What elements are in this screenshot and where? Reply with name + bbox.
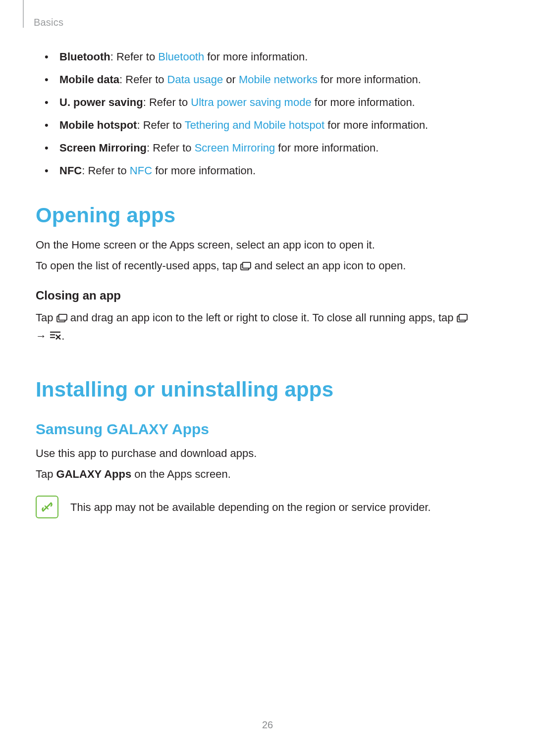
list-item: Bluetooth: Refer to Bluetooth for more i… xyxy=(59,49,499,65)
link-bluetooth[interactable]: Bluetooth xyxy=(158,50,204,63)
paragraph: Tap GALAXY Apps on the Apps screen. xyxy=(36,466,499,483)
link-ultra-power-saving[interactable]: Ultra power saving mode xyxy=(191,96,311,108)
text: for more information. xyxy=(312,96,415,108)
link-tethering-hotspot[interactable]: Tethering and Mobile hotspot xyxy=(185,119,325,131)
text: Tap xyxy=(36,311,56,324)
text: : Refer to xyxy=(143,96,191,108)
link-data-usage[interactable]: Data usage xyxy=(167,73,223,86)
content-area: Bluetooth: Refer to Bluetooth for more i… xyxy=(36,49,499,518)
note-icon xyxy=(36,496,58,518)
svg-rect-1 xyxy=(243,262,251,268)
header-rule xyxy=(23,0,24,28)
heading-opening-apps: Opening apps xyxy=(36,200,499,231)
text: : Refer to xyxy=(82,164,130,177)
text: : Refer to xyxy=(147,142,195,154)
text: and select an app icon to open. xyxy=(254,259,406,272)
feature-term: NFC xyxy=(59,164,82,177)
text: : Refer to xyxy=(110,50,159,63)
feature-term: Mobile data xyxy=(59,73,119,86)
quick-settings-list: Bluetooth: Refer to Bluetooth for more i… xyxy=(36,49,499,180)
note-text: This app may not be available depending … xyxy=(70,499,431,515)
heading-closing-app: Closing an app xyxy=(36,287,499,304)
feature-term: U. power saving xyxy=(59,96,143,108)
paragraph: To open the list of recently-used apps, … xyxy=(36,257,499,276)
text: for more information. xyxy=(275,142,378,154)
link-screen-mirroring[interactable]: Screen Mirroring xyxy=(195,142,275,154)
text: for more information. xyxy=(318,73,421,86)
recent-apps-icon xyxy=(240,259,251,276)
text: for more information. xyxy=(152,164,256,177)
list-item: Screen Mirroring: Refer to Screen Mirror… xyxy=(59,140,499,156)
section-label: Basics xyxy=(34,15,63,30)
page-number: 26 xyxy=(0,717,535,732)
text: or xyxy=(223,73,239,86)
text: Tap xyxy=(36,468,56,480)
text-bold: GALAXY Apps xyxy=(56,468,132,480)
list-item: Mobile data: Refer to Data usage or Mobi… xyxy=(59,71,499,88)
text: . xyxy=(61,330,64,342)
link-nfc[interactable]: NFC xyxy=(130,164,152,177)
close-all-icon xyxy=(50,329,61,346)
text: and drag an app icon to the left or righ… xyxy=(70,311,457,324)
feature-term: Bluetooth xyxy=(59,50,110,63)
recent-apps-icon xyxy=(56,311,67,328)
text: To open the list of recently-used apps, … xyxy=(36,259,240,272)
paragraph: Use this app to purchase and download ap… xyxy=(36,445,499,462)
heading-installing-apps: Installing or uninstalling apps xyxy=(36,374,499,405)
text: for more information. xyxy=(204,50,308,63)
list-item: NFC: Refer to NFC for more information. xyxy=(59,162,499,179)
text: : Refer to xyxy=(119,73,167,86)
text: on the Apps screen. xyxy=(131,468,231,480)
link-mobile-networks[interactable]: Mobile networks xyxy=(239,73,318,86)
list-item: U. power saving: Refer to Ultra power sa… xyxy=(59,94,499,111)
paragraph: On the Home screen or the Apps screen, s… xyxy=(36,237,499,253)
paragraph: Tap and drag an app icon to the left or … xyxy=(36,309,499,346)
arrow-icon: → xyxy=(36,330,50,342)
recent-apps-icon xyxy=(457,311,468,328)
text: : Refer to xyxy=(137,119,184,131)
svg-rect-3 xyxy=(58,314,66,320)
list-item: Mobile hotspot: Refer to Tethering and M… xyxy=(59,117,499,134)
note-block: This app may not be available depending … xyxy=(36,496,499,518)
page: Basics Bluetooth: Refer to Bluetooth for… xyxy=(0,0,535,756)
svg-rect-5 xyxy=(459,314,467,320)
feature-term: Mobile hotspot xyxy=(59,119,137,131)
text: for more information. xyxy=(324,119,428,131)
feature-term: Screen Mirroring xyxy=(59,142,147,154)
heading-samsung-galaxy-apps: Samsung GALAXY Apps xyxy=(36,418,499,440)
